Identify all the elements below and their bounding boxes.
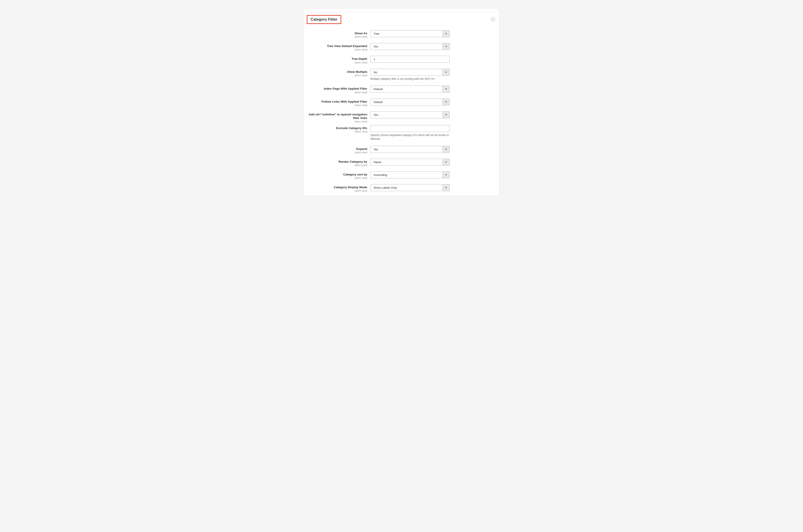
field-control: Show Labels Only [370, 184, 450, 191]
field-label: Render Category by [store view] [308, 159, 370, 167]
nofollow-select[interactable]: Yes [370, 111, 450, 118]
field-sort-by: Category sort by [store view] Ascending [304, 171, 499, 179]
label-text: Tree View Default Expanded [308, 44, 367, 48]
select-value: Default [370, 86, 442, 92]
field-control [370, 56, 450, 63]
expand-select[interactable]: Yes [370, 146, 450, 153]
display-mode-select[interactable]: Show Labels Only [370, 184, 450, 191]
field-control: Tree [370, 30, 450, 37]
label-text: Expand [308, 147, 367, 151]
field-tree-expanded: Tree View Default Expanded [store view] … [304, 43, 499, 51]
scope-label: [store view] [308, 74, 367, 77]
field-render-by: Render Category by [store view] Name [304, 159, 499, 167]
select-value: Yes [370, 146, 442, 153]
field-label: Category Display Mode [store view] [308, 184, 370, 192]
chevron-down-icon [442, 31, 450, 37]
chevron-down-icon [442, 112, 450, 118]
chevron-down-icon [442, 43, 450, 50]
label-text: Index Page With Applied Filter [308, 87, 367, 91]
field-label: Category sort by [store view] [308, 171, 370, 179]
label-text: Category Display Mode [308, 186, 367, 189]
select-value: Default [370, 99, 442, 105]
collapse-section-button[interactable] [491, 17, 495, 21]
field-control: Yes [370, 111, 450, 118]
sort-by-select[interactable]: Ascending [370, 171, 450, 178]
chevron-down-icon [442, 86, 450, 92]
chevron-down-icon [442, 159, 450, 165]
field-follow-links: Follow Links With Applied Filter [store … [304, 99, 499, 107]
label-text: Exclude Category IDs [308, 127, 367, 130]
select-value: Ascending [370, 172, 442, 178]
chevron-up-icon [492, 18, 494, 20]
show-as-select[interactable]: Tree [370, 30, 450, 37]
label-text: Add rel="nofollow" to layered navigation… [308, 113, 367, 120]
tree-expanded-select[interactable]: Yes [370, 43, 450, 50]
exclude-ids-input[interactable] [370, 125, 450, 132]
field-label: Add rel="nofollow" to layered navigation… [308, 111, 370, 123]
scope-label: [store view] [308, 91, 367, 94]
field-show-as: Show As [store view] Tree [304, 30, 499, 38]
render-by-select[interactable]: Name [370, 159, 450, 166]
chevron-down-icon [442, 69, 450, 76]
field-tree-depth: Tree Depth [store view] [304, 56, 499, 64]
field-label: Tree View Default Expanded [store view] [308, 43, 370, 51]
field-label: Tree Depth [store view] [308, 56, 370, 64]
field-control: Default [370, 86, 450, 93]
field-note: Specify comma separated category id's wh… [370, 133, 450, 141]
scope-label: [store view] [308, 61, 367, 64]
section-title: Category Filter [310, 17, 338, 22]
index-page-select[interactable]: Default [370, 86, 450, 93]
select-value: Tree [370, 31, 442, 37]
field-label: Follow Links With Applied Filter [store … [308, 99, 370, 107]
chevron-down-icon [442, 146, 450, 153]
follow-links-select[interactable]: Default [370, 99, 450, 106]
select-value: Name [370, 159, 442, 165]
field-control: Name [370, 159, 450, 166]
field-control: Specify comma separated category id's wh… [370, 125, 450, 141]
field-allow-multiple: Allow Multiple [store view] No Multiple … [304, 69, 499, 81]
label-text: Tree Depth [308, 57, 367, 61]
field-label: Index Page With Applied Filter [store vi… [308, 86, 370, 93]
field-control: Ascending [370, 171, 450, 178]
field-control: Yes [370, 146, 450, 153]
field-nofollow: Add rel="nofollow" to layered navigation… [304, 111, 499, 123]
tree-depth-input[interactable] [370, 56, 450, 63]
allow-multiple-select[interactable]: No [370, 69, 450, 76]
field-display-mode: Category Display Mode [store view] Show … [304, 184, 499, 192]
field-label: Allow Multiple [store view] [308, 69, 370, 77]
chevron-down-icon [442, 99, 450, 105]
label-text: Render Category by [308, 160, 367, 164]
select-value: Show Labels Only [370, 185, 442, 191]
field-control: No Multiple category filter is not worki… [370, 69, 450, 81]
scope-label: [store view] [308, 120, 367, 123]
panel-header: Category Filter [304, 12, 499, 30]
scope-label: [store view] [308, 130, 367, 133]
field-control: Yes [370, 43, 450, 50]
label-text: Category sort by [308, 173, 367, 176]
select-value: No [370, 69, 442, 76]
scope-label: [store view] [308, 189, 367, 192]
field-label: Expand [store view] [308, 146, 370, 154]
scope-label: [store view] [308, 151, 367, 154]
field-expand: Expand [store view] Yes [304, 146, 499, 154]
chevron-down-icon [442, 172, 450, 178]
scope-label: [store view] [308, 176, 367, 179]
chevron-down-icon [442, 185, 450, 191]
scope-label: [store view] [308, 48, 367, 51]
scope-label: [store view] [308, 104, 367, 107]
field-note: Multiple category filter is not working … [370, 77, 450, 81]
config-panel: Category Filter Show As [store view] Tre… [304, 9, 499, 196]
label-text: Allow Multiple [308, 70, 367, 74]
select-value: Yes [370, 43, 442, 50]
field-label: Show As [store view] [308, 30, 370, 38]
scope-label: [store view] [308, 164, 367, 167]
scope-label: [store view] [308, 35, 367, 38]
field-exclude-ids: Exclude Category IDs [store view] Specif… [304, 125, 499, 141]
field-control: Default [370, 99, 450, 106]
label-text: Show As [308, 32, 367, 35]
label-text: Follow Links With Applied Filter [308, 100, 367, 103]
field-index-page: Index Page With Applied Filter [store vi… [304, 86, 499, 93]
field-label: Exclude Category IDs [store view] [308, 125, 370, 133]
section-title-highlight: Category Filter [307, 15, 341, 24]
select-value: Yes [370, 112, 442, 118]
